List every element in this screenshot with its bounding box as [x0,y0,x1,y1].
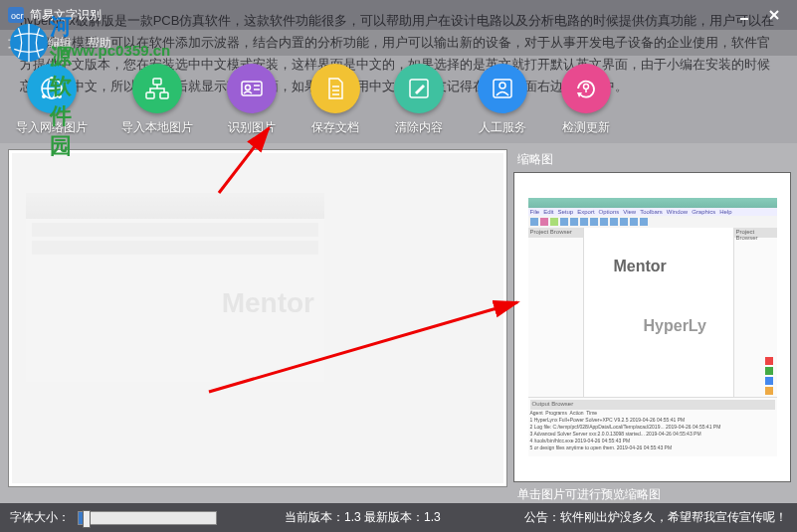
thumb-menu-item: Setup [558,209,574,215]
notice-text: 公告：软件刚出炉没多久，希望帮我宣传宣传呢！ [524,509,787,526]
manual-service-button[interactable]: 人工服务 [478,64,527,136]
svg-rect-13 [146,92,154,98]
recognize-button[interactable]: 识别图片 [227,64,277,136]
thumb-logo-hyperlynx: HyperLy [644,317,706,335]
faded-background-screenshot: Mentor [26,193,324,382]
thumb-menu-item: View [623,209,636,215]
clear-label: 清除内容 [395,119,443,136]
content-area: Mentor 缩略图 File Edit Setup Export Option… [0,143,797,503]
update-label: 检测更新 [562,119,610,136]
close-button[interactable] [759,0,789,30]
import-local-label: 导入本地图片 [121,119,193,136]
refresh-location-icon [572,75,600,102]
thumb-logo-mentor: Mentor [614,258,667,275]
thumb-menu-item: Help [719,209,731,215]
clear-content-button[interactable]: 清除内容 [394,64,444,136]
statusbar: 字体大小： 当前版本：1.3 最新版本：1.3 公告：软件刚出炉没多久，希望帮我… [0,503,797,532]
app-icon: ocr [8,7,24,23]
svg-point-24 [499,83,505,89]
thumb-menu-item: Export [577,209,594,215]
thumb-output-table: Agent Programs Action Time 1 HyperLynx F… [530,410,775,451]
toolbar: 导入网络图片 导入本地图片 识别图片 保存文档 清除内容 人工服务 检测更新 [0,56,797,143]
id-card-icon [238,75,266,102]
svg-point-9 [42,94,46,98]
save-document-button[interactable]: 保存文档 [310,64,360,136]
font-size-label: 字体大小： [10,509,70,526]
thumbnail-caption: 单击图片可进行预览缩略图 [517,486,791,503]
thumb-menu-item: Options [599,209,620,215]
watermark-text-2: 源软件园 [50,44,72,158]
svg-text:ocr: ocr [11,11,24,21]
minimize-button[interactable] [729,0,759,30]
import-local-image-button[interactable]: 导入本地图片 [121,64,193,136]
thumbnail-heading: 缩略图 [517,151,791,168]
watermark-globe-icon [8,22,50,64]
thumbnail-image: File Edit Setup Export Options View Tool… [528,198,777,456]
service-label: 人工服务 [479,119,526,136]
thumb-menu-item: Edit [543,209,553,215]
app-window: ocr 简易文字识别 文件 编辑 帮助 导入网络图片 导入本地图片 识别图片 保… [0,0,797,532]
thumb-menu-item: Toolbars [640,209,663,215]
svg-rect-12 [153,79,161,85]
thumb-menu-item: Graphics [692,209,715,215]
document-icon [321,75,349,102]
version-text: 当前版本：1.3 最新版本：1.3 [285,509,441,526]
thumb-project-browser-r: Project Browser [734,228,777,238]
font-size-slider[interactable] [78,511,217,525]
thumb-menu-item: File [530,209,540,215]
thumb-project-browser: Project Browser [528,228,583,238]
svg-rect-14 [160,92,168,98]
save-doc-label: 保存文档 [311,119,359,136]
main-text-panel[interactable]: Mentor [8,149,507,487]
watermark-url: www.pc0359.cn [60,42,170,59]
thumb-output-browser: Output Browser [530,400,775,410]
recognize-label: 识别图片 [228,119,276,136]
titlebar: ocr 简易文字识别 [0,0,797,30]
svg-point-16 [246,85,251,89]
svg-point-26 [584,84,589,89]
check-update-button[interactable]: 检测更新 [561,64,611,136]
network-icon [143,75,171,102]
thumbnail-preview[interactable]: File Edit Setup Export Options View Tool… [513,172,791,482]
thumb-menu-item: Window [667,209,688,215]
watermark-text-1: 河 [50,14,72,39]
edit-icon [405,75,433,102]
thumbnail-panel: 缩略图 File Edit Setup Export Options View … [513,149,791,503]
person-icon [489,75,516,102]
